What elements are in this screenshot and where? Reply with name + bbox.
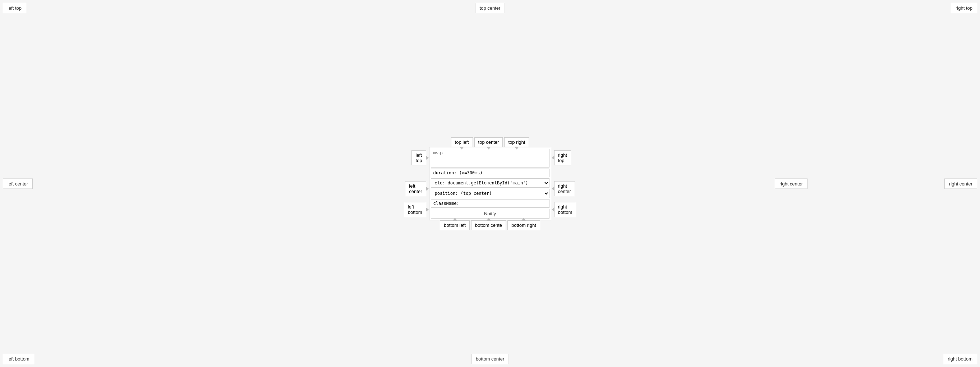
bottom-right-label: bottom right — [508, 220, 540, 230]
corner-label-top-center: top center — [475, 3, 505, 13]
duration-input[interactable] — [431, 169, 549, 177]
classname-input[interactable] — [431, 199, 549, 208]
position-select[interactable]: position: (top center) position: (top le… — [431, 189, 549, 198]
message-textarea[interactable] — [431, 149, 549, 168]
bottom-center-label: bottom cente — [471, 220, 506, 230]
corner-label-right-center-near: right center — [775, 178, 808, 189]
corner-label-right-center-far: right center — [944, 178, 977, 189]
widget-container: left top left center left bottom right t… — [429, 137, 551, 230]
top-center-label: top center — [474, 137, 503, 147]
top-left-label: top left — [451, 137, 473, 147]
bottom-labels-row: bottom left bottom cente bottom right — [440, 220, 540, 230]
widget-left-top-label: left top — [412, 150, 426, 165]
widget-right-center-label: right center — [554, 181, 575, 196]
top-right-label: top right — [504, 137, 529, 147]
widget-right-bottom-label: right bottom — [554, 202, 576, 217]
ele-select[interactable]: ele: document.getElementById('main') ele… — [431, 178, 549, 188]
corner-label-left-top: left top — [3, 3, 26, 13]
central-widget: left top left center left bottom right t… — [429, 137, 551, 230]
notify-button[interactable]: Noitfy — [431, 209, 549, 219]
top-labels-row: top left top center top right — [451, 137, 529, 147]
form-panel: ele: document.getElementById('main') ele… — [429, 147, 551, 220]
widget-left-center-label: left center — [405, 181, 426, 196]
corner-label-bottom-center: bottom center — [471, 354, 509, 364]
corner-label-right-top: right top — [951, 3, 977, 13]
corner-label-left-center: left center — [3, 178, 33, 189]
corner-label-right-bottom: right bottom — [943, 354, 977, 364]
corner-label-left-bottom: left bottom — [3, 354, 34, 364]
widget-left-bottom-label: left bottom — [404, 202, 426, 217]
widget-right-top-label: right top — [554, 150, 571, 165]
bottom-left-label: bottom left — [440, 220, 470, 230]
